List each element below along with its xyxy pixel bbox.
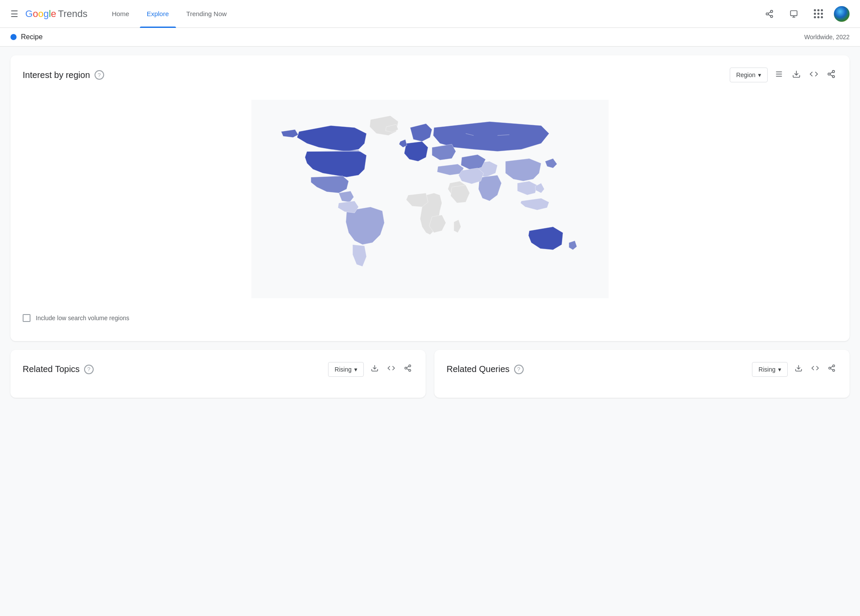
svg-point-21: [405, 367, 407, 369]
related-topics-controls: Rising ▾: [328, 362, 413, 377]
svg-point-22: [409, 369, 411, 372]
related-topics-share-icon[interactable]: [402, 362, 413, 376]
world-map: [251, 100, 609, 298]
logo-google: Google: [25, 8, 56, 20]
apps-icon[interactable]: [809, 5, 827, 23]
feedback-icon[interactable]: [785, 5, 802, 23]
section-title: Interest by region: [23, 70, 90, 80]
svg-line-24: [406, 366, 409, 368]
google-trends-logo: Google Trends: [25, 8, 88, 20]
related-queries-controls: Rising ▾: [752, 362, 837, 377]
svg-line-30: [830, 366, 833, 368]
svg-point-1: [766, 13, 769, 15]
related-queries-title: Related Queries: [447, 364, 510, 374]
related-queries-help-icon[interactable]: ?: [514, 365, 524, 374]
bottom-cards: Related Topics ? Rising ▾: [10, 350, 850, 398]
low-volume-checkbox[interactable]: [23, 314, 30, 322]
svg-point-27: [829, 367, 831, 369]
related-queries-share-icon[interactable]: [826, 362, 837, 376]
related-queries-dropdown[interactable]: Rising ▾: [752, 362, 788, 377]
hamburger-menu[interactable]: ☰: [10, 9, 18, 19]
search-term: Recipe: [21, 33, 43, 41]
nav-explore[interactable]: Explore: [140, 7, 176, 21]
related-queries-card: Related Queries ? Rising ▾: [434, 350, 850, 398]
header: ☰ Google Trends Home Explore Trending No…: [0, 0, 860, 28]
svg-point-20: [409, 365, 411, 367]
checkbox-label: Include low search volume regions: [36, 315, 129, 322]
nav-trending-now[interactable]: Trending Now: [179, 7, 234, 21]
related-queries-download-icon[interactable]: [793, 362, 804, 376]
nav-home[interactable]: Home: [105, 7, 136, 21]
search-term-indicator: Recipe: [10, 33, 43, 41]
share-icon[interactable]: [825, 68, 837, 82]
svg-line-23: [406, 369, 409, 370]
related-topics-dropdown[interactable]: Rising ▾: [328, 362, 364, 377]
region-dropdown[interactable]: Region ▾: [730, 68, 768, 82]
svg-point-2: [771, 15, 773, 17]
region-date: Worldwide, 2022: [804, 34, 850, 41]
svg-point-13: [828, 73, 830, 75]
embed-icon[interactable]: [808, 68, 820, 82]
list-view-icon[interactable]: [773, 68, 785, 82]
related-topics-title-group: Related Topics ?: [23, 364, 94, 374]
svg-line-15: [830, 74, 833, 76]
low-volume-checkbox-row: Include low search volume regions: [23, 307, 837, 329]
subheader: Recipe Worldwide, 2022: [0, 28, 860, 47]
related-topics-title: Related Topics: [23, 364, 80, 374]
help-icon[interactable]: ?: [95, 70, 104, 80]
interest-by-region-card: Interest by region ? Region ▾: [10, 55, 850, 341]
svg-point-14: [833, 75, 835, 78]
svg-point-0: [771, 10, 773, 12]
related-queries-title-group: Related Queries ?: [447, 364, 524, 374]
svg-point-28: [833, 369, 835, 372]
share-icon[interactable]: [761, 5, 778, 23]
related-topics-card: Related Topics ? Rising ▾: [10, 350, 426, 398]
header-left: ☰ Google Trends: [10, 8, 88, 20]
main-nav: Home Explore Trending Now: [105, 7, 234, 21]
svg-point-26: [833, 365, 835, 367]
related-topics-download-icon[interactable]: [369, 362, 380, 376]
map-container: [23, 91, 837, 307]
card-controls: Region ▾: [730, 68, 837, 82]
svg-line-4: [768, 12, 771, 13]
svg-line-3: [768, 14, 771, 16]
card-title-group: Interest by region ?: [23, 70, 104, 80]
card-header: Interest by region ? Region ▾: [23, 68, 837, 82]
logo-trends: Trends: [58, 8, 88, 20]
svg-point-12: [833, 70, 835, 72]
download-icon[interactable]: [790, 68, 802, 82]
related-queries-embed-icon[interactable]: [809, 362, 821, 376]
svg-line-29: [830, 369, 833, 370]
header-right: [761, 5, 850, 23]
svg-rect-5: [791, 10, 797, 16]
related-topics-help-icon[interactable]: ?: [84, 365, 94, 374]
apps-grid: [814, 9, 823, 18]
svg-line-16: [830, 72, 833, 73]
main-content: Interest by region ? Region ▾: [0, 47, 860, 406]
related-topics-header: Related Topics ? Rising ▾: [23, 362, 413, 377]
related-queries-header: Related Queries ? Rising ▾: [447, 362, 837, 377]
related-topics-embed-icon[interactable]: [386, 362, 397, 376]
user-avatar[interactable]: [834, 6, 850, 22]
indicator-dot: [10, 34, 17, 40]
